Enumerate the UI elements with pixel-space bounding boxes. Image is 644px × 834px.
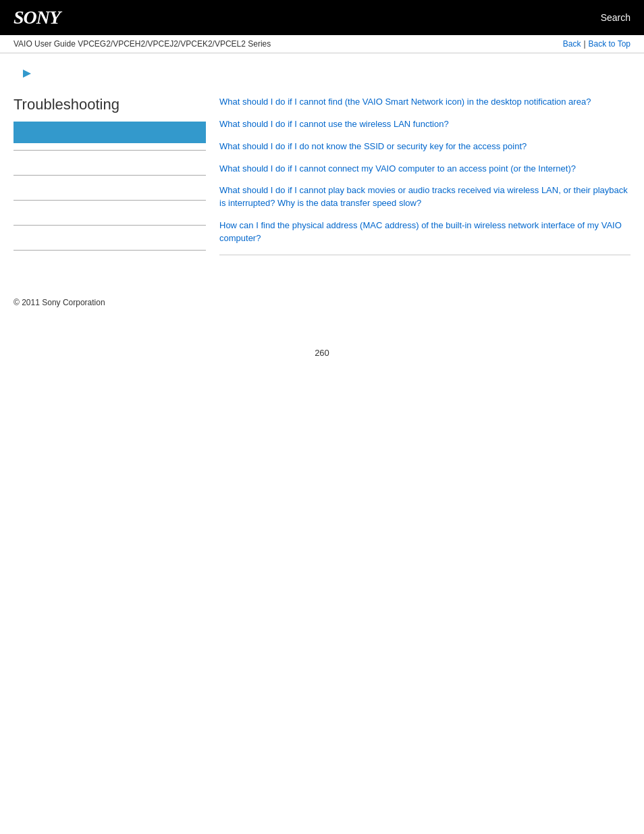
right-content: What should I do if I cannot find (the V… (219, 96, 630, 257)
sidebar-divider-2 (14, 175, 206, 176)
search-button[interactable]: Search (601, 12, 630, 23)
topic-link-6[interactable]: How can I find the physical address (MAC… (219, 219, 630, 245)
copyright: © 2011 Sony Corporation (14, 298, 105, 307)
page-number: 260 (0, 348, 644, 371)
topic-link-4[interactable]: What should I do if I cannot connect my … (219, 163, 630, 176)
nav-links: Back | Back to Top (563, 39, 630, 49)
topic-link-1[interactable]: What should I do if I cannot find (the V… (219, 96, 630, 109)
topic-link-5[interactable]: What should I do if I cannot play back m… (219, 184, 630, 210)
content-divider (219, 255, 630, 255)
back-to-top-link[interactable]: Back to Top (589, 39, 630, 49)
nav-separator: | (583, 39, 585, 49)
sidebar-row-2 (14, 182, 206, 193)
header: SONY Search (0, 0, 644, 35)
breadcrumb-bar: VAIO User Guide VPCEG2/VPCEH2/VPCEJ2/VPC… (0, 35, 644, 53)
topic-link-3[interactable]: What should I do if I do not know the SS… (219, 140, 630, 153)
section-title: Troubleshooting (14, 96, 206, 113)
sidebar-divider-4 (14, 225, 206, 226)
footer: © 2011 Sony Corporation (0, 284, 644, 321)
svg-marker-0 (23, 70, 31, 78)
sidebar-row-3 (14, 207, 206, 218)
topic-link-2[interactable]: What should I do if I cannot use the wir… (219, 118, 630, 131)
back-link[interactable]: Back (563, 39, 581, 49)
left-sidebar: Troubleshooting (14, 96, 206, 257)
content-layout: Troubleshooting What should I do if I ca… (14, 96, 630, 257)
sidebar-divider-1 (14, 150, 206, 151)
sidebar-row-4 (14, 232, 206, 243)
sony-logo: SONY (14, 7, 60, 28)
sidebar-divider-3 (14, 200, 206, 201)
guide-title: VAIO User Guide VPCEG2/VPCEH2/VPCEJ2/VPC… (14, 39, 271, 49)
active-sidebar-item[interactable] (14, 122, 206, 143)
section-arrow-icon (14, 67, 630, 89)
sidebar-divider-5 (14, 250, 206, 251)
sidebar-row-1 (14, 157, 206, 168)
main-content: Troubleshooting What should I do if I ca… (0, 53, 644, 271)
